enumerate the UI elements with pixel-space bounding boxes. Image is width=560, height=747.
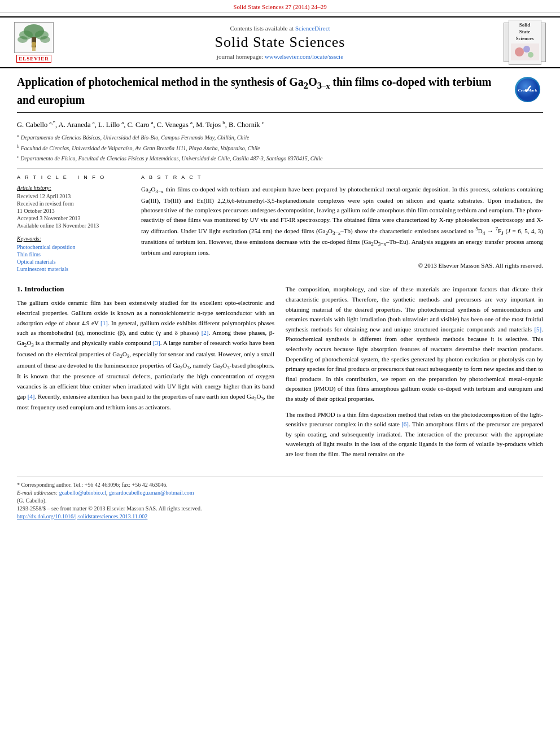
article-title: Application of photochemical method in t…: [17, 74, 506, 108]
contents-line: Contents lists available at ScienceDirec…: [62, 25, 498, 32]
email-link-2[interactable]: gerardocabelloguzman@hotmail.com: [109, 490, 194, 496]
publisher-logo-area: ELSEVIER: [11, 22, 56, 63]
introduction-title: 1. Introduction: [17, 285, 274, 294]
received-revised-label: Received in revised form: [17, 200, 130, 207]
keywords-label: Keywords:: [17, 235, 130, 242]
solid-state-sciences-logo: Solid State Sciences: [504, 23, 546, 62]
journal-citation: Solid State Sciences 27 (2014) 24–29: [233, 3, 326, 10]
svg-point-10: [515, 47, 524, 56]
homepage-link[interactable]: www.elsevier.com/locate/ssscie: [265, 53, 343, 60]
elsevier-logo: ELSEVIER: [11, 22, 56, 63]
article-history-label: Article history:: [17, 185, 130, 191]
introduction-paragraph-1: The gallium oxide ceramic film has been …: [17, 298, 274, 413]
article-content: Application of photochemical method in t…: [0, 68, 560, 531]
footer-section: * Corresponding author. Tel.: +56 42 463…: [17, 477, 543, 519]
journal-header-center: Contents lists available at ScienceDirec…: [62, 25, 498, 60]
sciencedirect-link[interactable]: ScienceDirect: [295, 25, 330, 32]
svg-point-5: [18, 36, 28, 43]
body-left-column: 1. Introduction The gallium oxide cerami…: [17, 285, 274, 465]
journal-header: ELSEVIER Contents lists available at Sci…: [0, 16, 560, 68]
journal-right-logo: Solid State Sciences: [504, 23, 549, 62]
article-body: 1. Introduction The gallium oxide cerami…: [17, 285, 543, 465]
article-history-block: Article history: Received 12 April 2013 …: [17, 185, 130, 229]
authors-line: G. Cabello a,*, A. Araneda a, L. Lillo a…: [17, 120, 543, 129]
journal-title: Solid State Sciences: [62, 34, 498, 51]
affiliations: a Departamento de Ciencias Básicas, Univ…: [17, 133, 543, 163]
svg-point-11: [523, 46, 530, 53]
article-info-header: A R T I C L E I N F O: [17, 174, 130, 180]
svg-rect-8: [32, 46, 36, 51]
svg-point-6: [40, 36, 50, 43]
keyword-2: Thin films: [17, 251, 130, 257]
available-date: Available online 13 November 2013: [17, 222, 130, 229]
crossmark-area: ✓ CrossMark: [515, 74, 543, 108]
svg-point-7: [32, 42, 36, 46]
article-title-section: Application of photochemical method in t…: [17, 74, 543, 113]
author-name-footer: (G. Cabello).: [17, 497, 543, 504]
abstract-column: A B S T R A C T Ga2O3−x thin films co-do…: [141, 174, 543, 273]
keyword-1: Photochemical deposition: [17, 244, 130, 250]
body-right-paragraph-2: The method PMOD is a thin film depositio…: [286, 410, 543, 460]
email-link-1[interactable]: gcabello@ubiobio.cl: [59, 490, 106, 496]
affiliation-a: a Departamento de Ciencias Básicas, Univ…: [17, 133, 543, 142]
accepted-date: Accepted 3 November 2013: [17, 215, 130, 221]
journal-homepage: journal homepage: www.elsevier.com/locat…: [62, 53, 498, 60]
crossmark-icon: ✓ CrossMark: [515, 77, 540, 102]
abstract-text: Ga2O3−x thin films co-doped with terbium…: [141, 185, 543, 270]
abstract-header: A B S T R A C T: [141, 174, 543, 180]
received-date: Received 12 April 2013: [17, 193, 130, 199]
article-info-column: A R T I C L E I N F O Article history: R…: [17, 174, 130, 273]
keywords-block: Keywords: Photochemical deposition Thin …: [17, 235, 130, 272]
article-info-abstract-section: A R T I C L E I N F O Article history: R…: [17, 168, 543, 273]
elsevier-text-logo: ELSEVIER: [16, 55, 51, 63]
doi-link[interactable]: http://dx.doi.org/10.1016/j.solidstatesc…: [17, 513, 147, 519]
doi-line: http://dx.doi.org/10.1016/j.solidstatesc…: [17, 513, 543, 519]
body-right-paragraph-1: The composition, morphology, and size of…: [286, 285, 543, 404]
affiliation-b: b Facultad de Ciencias, Universidad de V…: [17, 143, 543, 152]
corresponding-author-note: * Corresponding author. Tel.: +56 42 463…: [17, 482, 543, 488]
issn-line: 1293-2558/$ – see front matter © 2013 El…: [17, 505, 543, 512]
received-revised-date: 11 October 2013: [17, 208, 130, 214]
elsevier-logo-art: [14, 22, 54, 53]
keyword-4: Luminescent materials: [17, 266, 130, 272]
keyword-3: Optical materials: [17, 259, 130, 265]
email-addresses: E-mail addresses: gcabello@ubiobio.cl, g…: [17, 490, 543, 496]
journal-citation-bar: Solid State Sciences 27 (2014) 24–29: [0, 0, 560, 13]
body-right-column: The composition, morphology, and size of…: [286, 285, 543, 465]
affiliation-c: c Departamento de Física, Facultad de Ci…: [17, 154, 543, 163]
svg-point-12: [528, 52, 533, 58]
